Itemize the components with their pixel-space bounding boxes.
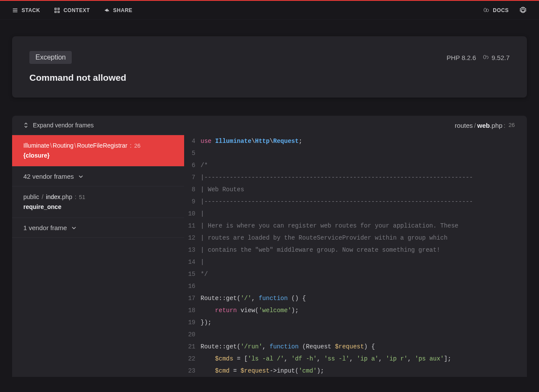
code-line: 4use Illuminate\Http\Request;	[184, 135, 527, 147]
code-line: 12| routes are loaded by the RouteServic…	[184, 232, 527, 244]
code-line: 6/*	[184, 159, 527, 171]
nav-docs[interactable]: DOCS	[483, 7, 509, 13]
exception-badge: Exception	[29, 51, 72, 64]
context-icon	[54, 7, 60, 13]
code-line: 17Route::get('/', function () {	[184, 292, 527, 304]
code-line: 10|	[184, 208, 527, 220]
expand-icon	[23, 123, 29, 128]
nav-stack[interactable]: STACK	[12, 7, 40, 13]
vendor-frames-1[interactable]: 42 vendor frames	[12, 167, 184, 187]
stack-sidebar: Expand vendor frames Illuminate\Routing\…	[12, 116, 184, 377]
stack-frame-active[interactable]: Illuminate\Routing\RouteFileRegistrar :2…	[12, 135, 184, 167]
laravel-icon	[483, 7, 489, 13]
code-line: 23 $cmd = $request->input('cmd');	[184, 365, 527, 377]
chevron-down-icon	[71, 225, 77, 231]
laravel-version: 9.52.7	[483, 54, 510, 61]
nav-context[interactable]: CONTEXT	[54, 7, 90, 13]
code-line: 16	[184, 280, 527, 292]
code-line: 19});	[184, 316, 527, 329]
share-icon	[104, 7, 110, 13]
stack-icon	[12, 7, 18, 13]
vendor-frames-2[interactable]: 1 vendor frame	[12, 218, 184, 238]
code-line: 7|--------------------------------------…	[184, 171, 527, 183]
chevron-down-icon	[78, 174, 83, 179]
code-line: 22 $cmds = ['ls -al /', 'df -h', 'ss -l'…	[184, 353, 527, 365]
error-message: Command not allowed	[29, 73, 510, 83]
code-line: 15*/	[184, 268, 527, 280]
code-line: 14|	[184, 256, 527, 268]
nav-stack-label: STACK	[22, 7, 40, 13]
code-panel: routes / web.php :26 4use Illuminate\Htt…	[184, 116, 527, 377]
nav-share[interactable]: SHARE	[104, 7, 133, 13]
top-nav: STACK CONTEXT SHARE DOCS	[0, 1, 539, 20]
code-line: 11| Here is where you can register web r…	[184, 220, 527, 232]
code-path: routes / web.php :26	[184, 116, 527, 135]
stack-frame[interactable]: public / index.php :51 require_once	[12, 187, 184, 218]
nav-share-label: SHARE	[113, 7, 133, 13]
code-line: 5	[184, 147, 527, 159]
code-line: 21Route::get('/run', function (Request $…	[184, 341, 527, 353]
nav-context-label: CONTEXT	[64, 7, 90, 13]
code-line: 20	[184, 329, 527, 341]
php-version: PHP 8.2.6	[447, 54, 476, 61]
expand-vendor-frames[interactable]: Expand vendor frames	[12, 116, 184, 135]
code-listing: 4use Illuminate\Http\Request;56/*7|-----…	[184, 135, 527, 377]
code-line: 13| contains the "web" middleware group.…	[184, 244, 527, 256]
error-card: Exception PHP 8.2.6 9.52.7 Command not a…	[12, 36, 527, 98]
code-line: 8| Web Routes	[184, 183, 527, 196]
gear-icon[interactable]	[519, 6, 527, 14]
code-line: 9|--------------------------------------…	[184, 196, 527, 208]
nav-docs-label: DOCS	[493, 7, 509, 13]
laravel-icon	[483, 54, 489, 60]
code-line: 18 return view('welcome');	[184, 304, 527, 316]
